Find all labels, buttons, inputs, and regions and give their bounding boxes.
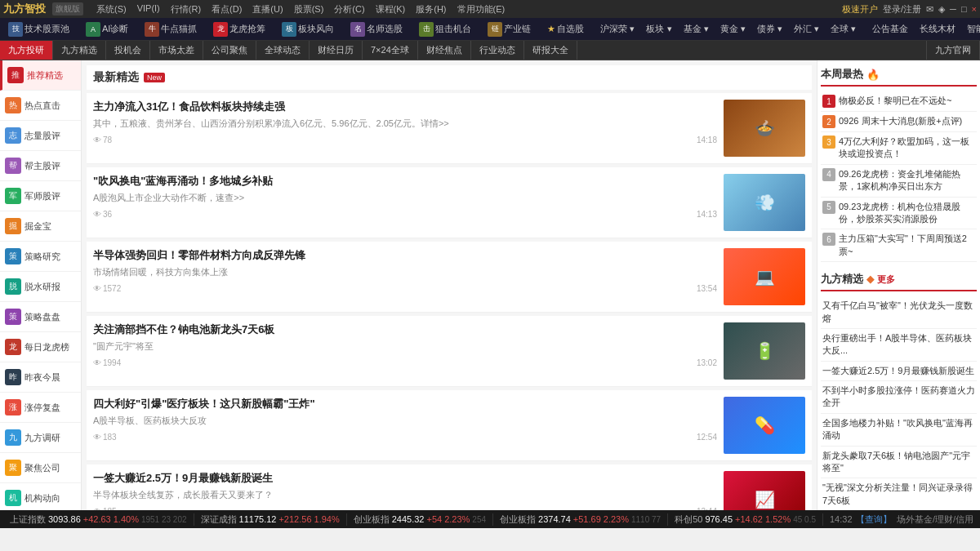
menu-course[interactable]: 课程(K)	[371, 3, 411, 16]
rs-hot-4[interactable]: 4 09.26龙虎榜：资金扎堆储能热景，1家机构净买日出东方	[821, 165, 977, 198]
toolbar3-jiufang-research[interactable]: 九方投研	[0, 41, 53, 60]
rs-hot-1[interactable]: 1 物极必反！黎明已在不远处~	[821, 91, 977, 112]
tb-select[interactable]: 名 名师选股	[345, 20, 408, 38]
menu-live[interactable]: 直播(U)	[247, 3, 287, 16]
rs-jf-2[interactable]: 央行重磅出手！A股半导体、医药板块大反...	[821, 329, 977, 362]
menu-analysis[interactable]: 分析(C)	[329, 3, 369, 16]
rs-more-btn[interactable]: 更多	[877, 273, 895, 286]
open-account-btn[interactable]: 极速开户	[842, 3, 878, 16]
tb-board-wind[interactable]: 板 板块风向	[277, 20, 339, 38]
skin-icon[interactable]: ◈	[938, 4, 945, 15]
menu-vip[interactable]: VIP(I)	[132, 3, 165, 16]
tb-longchain[interactable]: 长线木材	[915, 21, 960, 37]
rs-jf-1[interactable]: 又有千亿白马"被宰"！光伏龙头一度数熔	[821, 296, 977, 329]
sidebar-item-research[interactable]: 脱 脱水研报	[0, 272, 81, 302]
menu-service[interactable]: 服务(H)	[411, 3, 451, 16]
ticker-1[interactable]: 14:32 银银卫星应周国家工程研究中心在京揭牌成立	[830, 513, 853, 526]
article-text-6: 一签大赚近2.5万！9月最赚钱新股诞生 半导体板块全线复苏，成长股看天又要来了？…	[93, 471, 717, 510]
sidebar-item-help[interactable]: 帮 帮主股评	[0, 151, 81, 181]
article-thumb-1: 🍲	[724, 100, 805, 157]
tb-bull[interactable]: 牛 牛点猫抓	[140, 20, 202, 38]
close-btn[interactable]: ×	[972, 4, 977, 14]
toolbar3-jiufang-select[interactable]: 九方精选	[53, 41, 106, 60]
article-card-3[interactable]: 半导体强势回归！零部件材料方向成反弹先锋 市场情绪回暖，科技方向集体上涨 👁 1…	[87, 242, 812, 313]
sidebar-item-volume[interactable]: 志 志量股评	[0, 121, 81, 151]
index-star50[interactable]: 科创50 976.45 +14.62 1.52% 45 0.5	[668, 513, 823, 526]
rs-jf-5[interactable]: 全国多地楼力补贴！"吹风换电"蓝海再涌动	[821, 414, 977, 447]
tb-smart[interactable]: 智能选股▾	[962, 21, 980, 37]
article-title-1: 主力净流入31亿！食品饮料板块持续走强	[93, 100, 717, 114]
maximize-btn[interactable]: □	[961, 4, 967, 14]
article-card-4[interactable]: 关注滴部挡不住？钠电池新龙头7天6板 "圆产元宇"将至 👁 1994 13:02…	[87, 316, 812, 387]
toolbar3-global[interactable]: 全球动态	[256, 41, 310, 60]
tb-global[interactable]: 全球 ▾	[826, 21, 861, 37]
index-chinext2[interactable]: 创业板指 2374.74 +51.69 2.23% 1110 77	[493, 513, 668, 526]
minimize-btn[interactable]: ─	[950, 4, 956, 14]
toolbar3-industry[interactable]: 行业动态	[471, 41, 524, 60]
toolbar3-opportunity[interactable]: 投机会	[106, 41, 150, 60]
toolbar3-focus[interactable]: 财经焦点	[418, 41, 471, 60]
rs-hot-3[interactable]: 3 4万亿大利好？欧盟加码，这一板块或迎投资点！	[821, 132, 977, 165]
article-desc-3: 市场情绪回暖，科技方向集体上涨	[93, 266, 717, 278]
msg-icon[interactable]: ✉	[926, 4, 933, 15]
index-shenzhen[interactable]: 深证成指 11175.12 +212.56 1.94%	[194, 513, 347, 526]
toolbar3-calendar[interactable]: 财经日历	[310, 41, 363, 60]
rs-jf-6[interactable]: 新龙头豢取7天6板！钠电池圆产"元宇将至"	[821, 447, 977, 479]
toolbar3-24global[interactable]: 7×24全球	[363, 41, 418, 60]
sidebar-item-hot[interactable]: 热 热点直击	[0, 91, 81, 121]
article-meta-6: 👁 185 12:44	[93, 507, 717, 510]
rs-jf-7[interactable]: "无视"深文分析关注量！同兴证录录得7天6板	[821, 478, 977, 510]
menu-tools[interactable]: 常用功能(E)	[452, 3, 510, 16]
query-link[interactable]: 【查询】	[856, 513, 892, 526]
sidebar-item-focus[interactable]: 聚 聚焦公司	[0, 453, 81, 483]
tb-forex[interactable]: 外汇 ▾	[789, 21, 824, 37]
article-card-2[interactable]: "吹风换电"蓝海再涌动！多地城乡补贴 A股泡风上市企业大动作不断，速查>> 👁 …	[87, 167, 812, 238]
tb-tech-pool[interactable]: 技 技术股票池	[3, 20, 74, 38]
tb-announce[interactable]: 公告基金	[867, 21, 913, 37]
article-thumb-2: 💨	[724, 174, 805, 231]
tb-shanghai[interactable]: 沪深荣 ▾	[595, 21, 639, 37]
sidebar-item-strategy[interactable]: 策 策略研究	[0, 242, 81, 272]
sidebar-item-jf-research[interactable]: 九 九方调研	[0, 423, 81, 453]
sidebar-item-recommended[interactable]: 推 推荐精选	[0, 60, 81, 91]
tb-fund[interactable]: 基金 ▾	[679, 21, 714, 37]
toolbar3-official[interactable]: 九方官网	[926, 41, 980, 60]
status-info: 场外基金/理财/信用	[897, 513, 973, 526]
rs-hot-2[interactable]: 2 0926 周末十大消息(新股+点评)	[821, 112, 977, 132]
sidebar-item-army[interactable]: 军 军师股评	[0, 181, 81, 211]
sidebar-item-treasure[interactable]: 掘 掘金宝	[0, 211, 81, 242]
rs-jf-4[interactable]: 不到半小时多股拉涨停！医药赛道火力全开	[821, 381, 977, 414]
login-btn[interactable]: 登录/注册	[883, 3, 921, 16]
tb-bond[interactable]: 债券 ▾	[752, 21, 787, 37]
toolbar3-company[interactable]: 公司聚焦	[203, 41, 256, 60]
article-card-6[interactable]: 一签大赚近2.5万！9月最赚钱新股诞生 半导体板块全线复苏，成长股看天又要来了？…	[87, 464, 812, 510]
article-views-3: 👁 1572	[93, 284, 121, 293]
toolbar3-research[interactable]: 研报大全	[524, 41, 577, 60]
sidebar-item-institution[interactable]: 机 机构动向	[0, 483, 81, 510]
tb-gold[interactable]: 黄金 ▾	[715, 21, 751, 37]
tb-ai-diag[interactable]: A AI诊断	[81, 20, 133, 38]
sidebar-item-tonight[interactable]: 昨 昨夜今晨	[0, 362, 81, 393]
sidebar-item-tiger[interactable]: 龙 每日龙虎榜	[0, 332, 81, 362]
menu-stock[interactable]: 股票(S)	[289, 3, 329, 16]
menu-system[interactable]: 系统(S)	[91, 3, 131, 16]
article-meta-5: 👁 183 12:54	[93, 433, 717, 442]
sidebar-item-strategy2[interactable]: 策 策略盘盘	[0, 302, 81, 332]
index-chinext[interactable]: 创业板指 2445.32 +54 2.23% 254	[347, 513, 493, 526]
toolbar3-market[interactable]: 市场太差	[150, 41, 203, 60]
rs-jf-3[interactable]: 一签大赚近2.5万！9月最赚钱新股诞生	[821, 362, 977, 381]
tb-self-select[interactable]: ★ 自选股	[542, 21, 589, 37]
tb-industry[interactable]: 链 产业链	[483, 20, 536, 38]
article-card[interactable]: 主力净流入31亿！食品饮料板块持续走强 其中，五粮液、贵州茅台、山西汾酒分别积累…	[87, 93, 812, 164]
sidebar-item-limit[interactable]: 涨 涨停复盘	[0, 393, 81, 423]
rs-hot-5[interactable]: 5 09.23龙虎榜：机构仓位猎晟股份，炒股茶买实消源股份	[821, 198, 977, 230]
rs-text-5: 09.23龙虎榜：机构仓位猎晟股份，炒股茶买实消源股份	[839, 201, 975, 226]
tb-board2[interactable]: 板块 ▾	[641, 21, 676, 37]
index-shanghai[interactable]: 上证指数 3093.86 +42.63 1.40% 1951 23 202	[3, 513, 194, 526]
rs-hot-6[interactable]: 6 主力压箱"大实写"！下周周预送2票~	[821, 229, 977, 262]
menu-market[interactable]: 行情(R)	[166, 3, 206, 16]
menu-watchpoint[interactable]: 看点(D)	[207, 3, 247, 16]
article-card-5[interactable]: 四大利好"引爆"医疗板块！这只新股幅霸"王炸" A股半导板、医药板块大反攻 👁 …	[87, 390, 812, 461]
tb-dragon[interactable]: 龙 龙虎抢筹	[208, 20, 270, 38]
tb-hit[interactable]: 击 狙击机台	[414, 20, 476, 38]
